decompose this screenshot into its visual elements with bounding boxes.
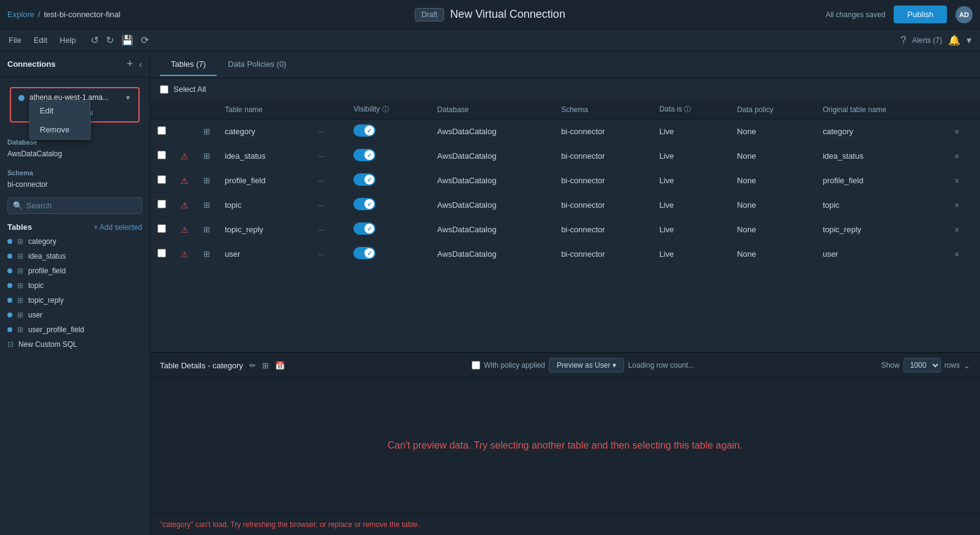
remove-idea_status-button[interactable]: × [954, 151, 959, 161]
row-policy-topic: None [729, 193, 815, 218]
context-menu-remove[interactable]: Remove [30, 120, 90, 139]
sidebar-table-idea_status[interactable]: ⊞ idea_status [0, 249, 149, 264]
row-checkbox-topic_reply[interactable] [157, 224, 166, 233]
row-remove-profile_field: × [947, 169, 980, 193]
breadcrumb-current: test-bi-connector-final [44, 10, 121, 19]
add-selected-button[interactable]: + Add selected [94, 223, 142, 232]
visibility-toggle-topic_reply[interactable]: ✓ [353, 222, 375, 235]
show-select[interactable]: 1000 500 100 [903, 358, 941, 373]
connection-container: athena.eu-west-1.ama... Amazon Athena Em… [5, 82, 145, 127]
row-ellipsis-btn-topic[interactable]: ··· [318, 200, 325, 210]
context-menu-edit[interactable]: Edit [30, 101, 90, 120]
with-policy-label: With policy applied [484, 361, 545, 370]
table-dot [7, 239, 12, 244]
row-checkbox-topic[interactable] [157, 200, 166, 208]
edit-table-icon[interactable]: ✏ [249, 361, 256, 370]
tab-data-policies[interactable]: Data Policies (0) [217, 53, 297, 76]
select-all-label[interactable]: Select All [173, 85, 206, 94]
with-policy-checkbox[interactable] [472, 361, 480, 370]
row-ellipsis-btn-user[interactable]: ··· [318, 249, 325, 259]
row-check-category [150, 120, 173, 144]
row-check-topic_reply [150, 218, 173, 242]
sidebar-header: Connections + ‹ [0, 51, 149, 77]
breadcrumb-explore[interactable]: Explore [7, 10, 34, 19]
collapse-sidebar-button[interactable]: ‹ [139, 59, 142, 69]
row-ellipsis-btn-topic_reply[interactable]: ··· [318, 225, 325, 234]
visibility-toggle-user[interactable]: ✓ [353, 247, 375, 259]
menu-edit[interactable]: Edit [34, 36, 47, 45]
row-ellipsis-btn-idea_status[interactable]: ··· [318, 151, 325, 161]
row-checkbox-profile_field[interactable] [157, 175, 166, 184]
publish-button[interactable]: Publish [894, 6, 947, 23]
remove-topic_reply-button[interactable]: × [954, 225, 959, 235]
row-checkbox-category[interactable] [157, 126, 166, 135]
alert-icon-user: ⚠ [181, 249, 189, 259]
sidebar-table-user_profile_field[interactable]: ⊞ user_profile_field [0, 322, 149, 337]
table-details-header: Table Details - category ✏ ⊞ 📅 With poli… [150, 353, 980, 378]
database-value: AwsDataCatalog [0, 148, 149, 163]
remove-category-button[interactable]: × [954, 127, 959, 137]
visibility-toggle-idea_status[interactable]: ✓ [353, 149, 375, 161]
row-icon-idea_status: ⊞ [196, 144, 217, 169]
undo-icon[interactable]: ↺ [91, 34, 99, 46]
help-icon[interactable]: ? [900, 35, 906, 46]
visibility-info-icon[interactable]: ⓘ [382, 105, 389, 113]
row-ellipsis-btn-category[interactable]: ··· [318, 127, 325, 136]
table-view-icon[interactable]: ⊞ [262, 361, 269, 370]
sidebar-table-profile_field[interactable]: ⊞ profile_field [0, 264, 149, 278]
data-is-info-icon[interactable]: ⓘ [684, 105, 691, 113]
col-header-database: Database [430, 100, 554, 120]
sidebar-table-topic_reply[interactable]: ⊞ topic_reply [0, 293, 149, 308]
cant-preview-message: Can't preview data. Try selecting anothe… [388, 440, 742, 451]
row-policy-idea_status: None [729, 144, 815, 169]
remove-user-button[interactable]: × [954, 249, 959, 259]
redo-icon[interactable]: ↻ [106, 34, 114, 46]
table-area: Select All Table name Visibility ⓘ Datab… [150, 78, 980, 352]
table-dot [7, 254, 12, 259]
row-ellipsis-btn-profile_field[interactable]: ··· [318, 176, 325, 185]
alert-icon-topic: ⚠ [181, 200, 189, 210]
row-name-profile_field: profile_field [217, 169, 311, 193]
remove-topic-button[interactable]: × [954, 200, 959, 210]
row-original-idea_status: idea_status [815, 144, 947, 169]
topbar-right: All changes saved Publish AD [826, 6, 973, 23]
expand-panel-icon[interactable]: ⌄ [963, 361, 970, 370]
connection-expand-icon[interactable]: ▼ [125, 94, 131, 101]
menu-file[interactable]: File [9, 36, 21, 45]
table-grid-icon: ⊞ [17, 311, 23, 319]
loading-row-count: Loading row count... [628, 361, 694, 370]
user-avatar[interactable]: AD [956, 6, 973, 23]
row-database-topic_reply: AwsDataCatalog [430, 218, 554, 242]
add-connection-button[interactable]: + [127, 58, 134, 70]
calendar-icon[interactable]: 📅 [275, 361, 285, 370]
tab-tables[interactable]: Tables (7) [160, 53, 217, 76]
visibility-toggle-profile_field[interactable]: ✓ [353, 173, 375, 186]
bell-icon[interactable]: 🔔 [948, 34, 960, 46]
remove-profile_field-button[interactable]: × [954, 176, 959, 186]
chevron-down-icon[interactable]: ▾ [967, 34, 971, 46]
sidebar-table-topic[interactable]: ⊞ topic [0, 278, 149, 293]
new-custom-sql-item[interactable]: ⊡ New Custom SQL [0, 337, 149, 352]
alerts-button[interactable]: Alerts (7) [912, 36, 942, 45]
preview-as-user-button[interactable]: Preview as User ▾ [549, 358, 624, 373]
visibility-toggle-category[interactable]: ✓ [353, 124, 375, 137]
sidebar-table-category[interactable]: ⊞ category [0, 234, 149, 249]
select-all-checkbox[interactable] [160, 85, 168, 94]
table-icon-topic: ⊞ [203, 200, 210, 210]
sidebar-table-user[interactable]: ⊞ user [0, 308, 149, 322]
row-ellipsis-idea_status: ··· [311, 144, 346, 169]
row-ellipsis-topic_reply: ··· [311, 218, 346, 242]
context-menu: Edit Remove [29, 101, 91, 140]
visibility-toggle-topic[interactable]: ✓ [353, 198, 375, 210]
row-checkbox-user[interactable] [157, 249, 166, 257]
row-datais-profile_field: Live [652, 169, 729, 193]
with-policy-area: With policy applied Preview as User ▾ Lo… [472, 358, 695, 373]
refresh-icon[interactable]: ⟳ [141, 34, 149, 46]
col-header-table-name: Table name [217, 100, 311, 120]
search-input[interactable] [26, 201, 137, 210]
row-checkbox-idea_status[interactable] [157, 151, 166, 159]
tables-header: Tables + Add selected [0, 218, 149, 234]
save-icon[interactable]: 💾 [121, 34, 134, 46]
table-row: ⚠ ⊞ user ··· ✓ AwsDataCatalog bi-connect… [150, 242, 980, 267]
menu-help[interactable]: Help [59, 36, 76, 45]
